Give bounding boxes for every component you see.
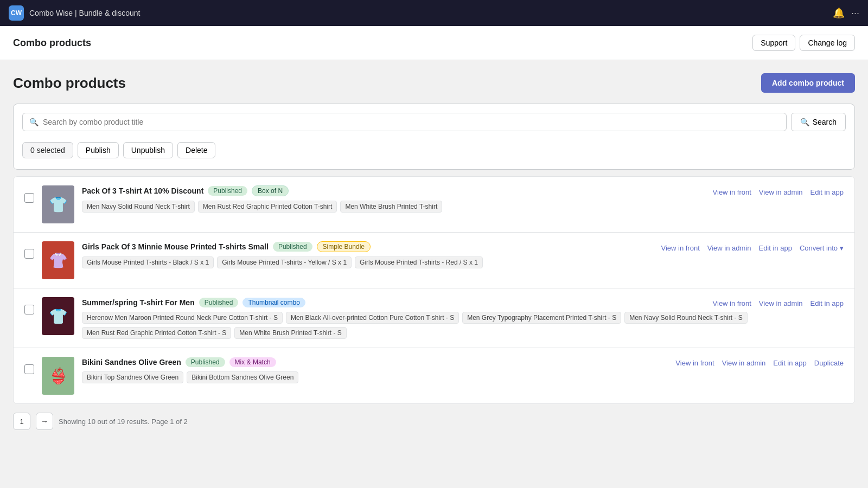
product-tags: Herenow Men Maroon Printed Round Neck Pu… — [82, 312, 844, 339]
status-badge: Mix & Match — [229, 357, 276, 367]
edit-app-link[interactable]: Edit in app — [810, 188, 844, 196]
view-front-link[interactable]: View in front — [713, 299, 751, 307]
header-buttons: Support Change log — [752, 35, 855, 51]
action-row: 0 selected Publish Unpublish Delete — [22, 138, 846, 160]
list-item: Girls Mouse Printed T-shirts - Red / S x… — [355, 256, 483, 268]
list-item: Men White Brush Printed T-shirt — [340, 201, 442, 213]
product-image: 👙 — [42, 357, 74, 395]
product-name: Summer/spring T-shirt For Men — [82, 298, 195, 307]
list-item: Girls Mouse Printed T-shirts - Yellow / … — [217, 256, 352, 268]
list-item: Men Rust Red Graphic Printed Cotton T-sh… — [82, 327, 231, 339]
edit-app-link[interactable]: Edit in app — [810, 299, 844, 307]
pagination-info: Showing 10 out of 19 results. Page 1 of … — [59, 418, 188, 426]
list-item: Men Black All-over-printed Cotton Pure C… — [286, 312, 459, 324]
search-icon-small: 🔍 — [800, 118, 809, 126]
view-front-link[interactable]: View in front — [713, 188, 751, 196]
status-badge: Published — [273, 242, 312, 252]
table-row: 👙 Bikini Sandnes Olive Green PublishedMi… — [14, 348, 854, 403]
row-checkbox[interactable] — [24, 193, 34, 203]
view-admin-link[interactable]: View in admin — [722, 359, 766, 367]
product-info: Summer/spring T-shirt For Men PublishedT… — [82, 297, 844, 339]
list-item: Men White Brush Printed T-shirt - S — [234, 327, 347, 339]
status-badge: Simple Bundle — [317, 241, 371, 252]
app-title: Combo Wise | Bundle & discount — [29, 9, 140, 17]
product-tags: Men Navy Solid Round Neck T-shirtMen Rus… — [82, 201, 844, 213]
unpublish-button[interactable]: Unpublish — [123, 142, 173, 158]
more-icon[interactable]: ··· — [851, 8, 859, 19]
view-admin-link[interactable]: View in admin — [707, 244, 751, 252]
delete-button[interactable]: Delete — [177, 142, 215, 158]
product-title-row: Summer/spring T-shirt For Men PublishedT… — [82, 297, 844, 307]
product-image: 👕 — [42, 297, 74, 335]
product-title-row: Girls Pack Of 3 Minnie Mouse Printed T-s… — [82, 241, 844, 252]
publish-button[interactable]: Publish — [78, 142, 119, 158]
section-header: Combo products Add combo product — [13, 73, 855, 93]
product-tags: Bikini Top Sandnes Olive GreenBikini Bot… — [82, 371, 844, 383]
view-front-link[interactable]: View in front — [661, 244, 699, 252]
product-info: Pack Of 3 T-shirt At 10% Discount Publis… — [82, 185, 844, 213]
app-icon: CW — [9, 5, 24, 21]
search-input[interactable] — [43, 118, 780, 126]
list-item: Bikini Bottom Sandnes Olive Green — [187, 371, 298, 383]
row-checkbox[interactable] — [24, 364, 34, 374]
status-badge: Published — [208, 186, 247, 196]
product-info: Bikini Sandnes Olive Green PublishedMix … — [82, 357, 844, 383]
list-item: Bikini Top Sandnes Olive Green — [82, 371, 183, 383]
product-image: 👚 — [42, 241, 74, 279]
list-item: Men Navy Solid Round Neck T-shirt - S — [624, 312, 748, 324]
changelog-button[interactable]: Change log — [800, 35, 855, 51]
product-actions: View in frontView in adminEdit in appDup… — [675, 357, 844, 367]
list-item: Men Navy Solid Round Neck T-shirt — [82, 201, 195, 213]
product-name: Bikini Sandnes Olive Green — [82, 358, 181, 367]
notification-icon[interactable]: 🔔 — [833, 7, 845, 19]
duplicate-link[interactable]: Duplicate — [814, 359, 844, 367]
edit-app-link[interactable]: Edit in app — [773, 359, 806, 367]
view-front-link[interactable]: View in front — [675, 359, 714, 367]
view-admin-link[interactable]: View in admin — [759, 188, 803, 196]
search-input-wrap: 🔍 — [22, 113, 787, 131]
product-tags: Girls Mouse Printed T-shirts - Black / S… — [82, 256, 844, 268]
search-button[interactable]: 🔍 Search — [791, 113, 846, 131]
list-item: Men Rust Red Graphic Printed Cotton T-sh… — [198, 201, 337, 213]
product-info: Girls Pack Of 3 Minnie Mouse Printed T-s… — [82, 241, 844, 268]
search-row: 🔍 🔍 Search — [22, 113, 846, 131]
topbar-right: 🔔 ··· — [833, 7, 859, 19]
support-button[interactable]: Support — [752, 35, 795, 51]
view-admin-link[interactable]: View in admin — [759, 299, 803, 307]
status-badge: Published — [199, 298, 239, 307]
section-title: Combo products — [13, 75, 126, 92]
edit-app-link[interactable]: Edit in app — [758, 244, 792, 252]
search-container: 🔍 🔍 Search 0 selected Publish Unpublish … — [13, 104, 855, 170]
row-checkbox[interactable] — [24, 305, 34, 314]
topbar-left: CW Combo Wise | Bundle & discount — [9, 5, 140, 21]
next-page-button[interactable]: → — [36, 413, 53, 430]
status-badge: Thumbnail combo — [242, 298, 305, 307]
product-actions: View in frontView in adminEdit in app — [713, 297, 844, 307]
product-list: 👕 Pack Of 3 T-shirt At 10% Discount Publ… — [13, 176, 855, 404]
product-image: 👕 — [42, 185, 74, 223]
search-magnifier-icon: 🔍 — [29, 118, 39, 126]
product-name: Pack Of 3 T-shirt At 10% Discount — [82, 187, 203, 195]
list-item: Men Grey Typography Placement Printed T-… — [462, 312, 621, 324]
list-item: Girls Mouse Printed T-shirts - Black / S… — [82, 256, 214, 268]
table-row: 👕 Summer/spring T-shirt For Men Publishe… — [14, 288, 854, 348]
selected-count: 0 selected — [22, 142, 73, 158]
status-badge: Published — [186, 357, 225, 367]
page-header: Combo products Support Change log — [0, 26, 868, 60]
chevron-down-icon: ▾ — [840, 244, 844, 252]
product-actions: View in frontView in adminEdit in app — [713, 186, 844, 196]
main-content: Combo products Add combo product 🔍 🔍 Sea… — [0, 60, 868, 443]
add-combo-product-button[interactable]: Add combo product — [761, 73, 855, 93]
convert-into-button[interactable]: Convert into ▾ — [800, 244, 844, 252]
list-item: Herenow Men Maroon Printed Round Neck Pu… — [82, 312, 283, 324]
page-header-title: Combo products — [13, 37, 91, 49]
topbar: CW Combo Wise | Bundle & discount 🔔 ··· — [0, 0, 868, 26]
table-row: 👕 Pack Of 3 T-shirt At 10% Discount Publ… — [14, 177, 854, 233]
product-title-row: Bikini Sandnes Olive Green PublishedMix … — [82, 357, 844, 367]
row-checkbox[interactable] — [24, 249, 34, 259]
pagination: 1 → Showing 10 out of 19 results. Page 1… — [13, 413, 855, 430]
status-badge: Box of N — [252, 185, 289, 196]
product-actions: View in frontView in adminEdit in appCon… — [661, 242, 844, 252]
page-number-button[interactable]: 1 — [13, 413, 30, 430]
product-name: Girls Pack Of 3 Minnie Mouse Printed T-s… — [82, 242, 269, 251]
